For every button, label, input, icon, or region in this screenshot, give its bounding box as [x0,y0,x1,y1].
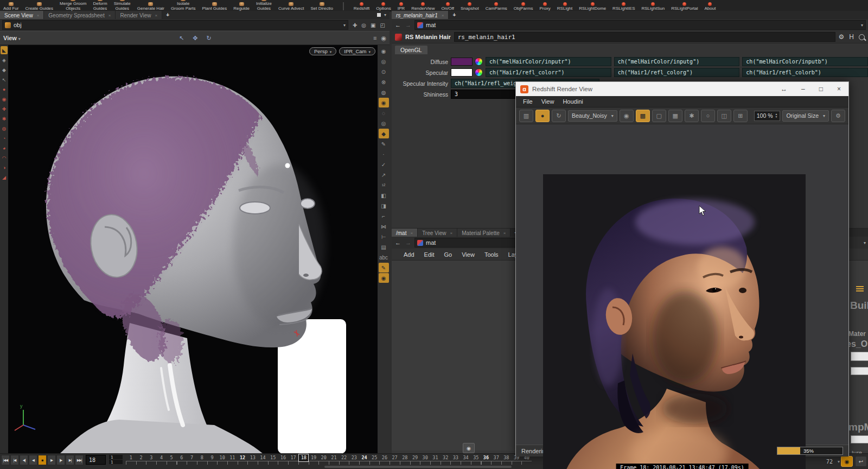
render-tool-button[interactable]: ● [535,110,550,122]
shelf-tool[interactable]: Options [373,2,394,11]
render-tool-button[interactable]: ◫ [717,110,731,122]
shelf-tool[interactable]: RSLightPortal [668,2,701,11]
viewport-option-icon[interactable]: ⌐ [379,211,389,221]
shelf-tool[interactable]: Proxy [536,2,553,11]
shelf-tool[interactable]: On/Off [438,2,457,11]
render-settings-gear-button[interactable]: ⚙ [831,110,845,122]
back-icon[interactable]: ← [394,239,402,246]
color-wheel-icon[interactable] [475,68,483,77]
menu-item[interactable]: Edit [420,251,439,258]
aov-dropdown[interactable]: Beauty_Noisy ▾ [568,110,617,122]
timeline-scrollbar[interactable] [324,466,512,468]
prev-frame-button[interactable]: ◀| [20,455,28,465]
menu-item[interactable]: Houdini [559,98,586,105]
pane-tab[interactable]: Material Palette [457,229,510,237]
shelf-tool[interactable]: RSLight [554,2,576,11]
shelf-tool[interactable]: IPR [394,2,408,11]
viewport-option-icon[interactable]: ▤ [379,242,389,252]
groom-tool-icon[interactable]: ◆ [1,66,8,74]
groom-tool-icon[interactable]: ↖ [1,75,8,84]
render-tool-button[interactable]: ▢ [652,110,666,122]
houdini-help-icon[interactable]: H [849,33,854,41]
menu-item[interactable]: View [457,251,479,258]
diffuse-r-field[interactable]: ch("melHairColor/inputr") [486,57,611,66]
viewport-option-icon[interactable]: ¹² [379,180,389,190]
render-tool-button[interactable]: ↻ [552,110,566,122]
shelf-tool[interactable]: Deform Guides [90,0,110,11]
viewport-option-icon[interactable]: ◧ [379,191,389,200]
shelf-tool[interactable]: Add Fur [0,2,22,11]
pane-tab[interactable]: rs_melanin_hair1 [392,11,449,19]
specular-color-swatch[interactable] [451,68,473,77]
specular-g-field[interactable]: ch("Hair1/refl_colorg") [614,68,740,77]
snap-options-icon[interactable]: ◉ [381,35,386,42]
shelf-tool[interactable]: Merge Groom Objects [56,0,90,11]
groom-tool-icon[interactable]: ◉ [1,95,8,103]
groom-tool-icon[interactable]: ◍ [1,124,8,132]
viewport-option-icon[interactable]: ⊙ [379,67,389,77]
viewport-option-icon[interactable]: ↗ [379,170,389,180]
groom-tool-icon[interactable]: ◠ [1,154,8,162]
network-menu-icon[interactable] [856,286,864,291]
shelf-tool[interactable]: RSLightDome [576,2,609,11]
path-dropdown-icon[interactable]: ▾ [861,23,863,28]
groom-tool-icon[interactable]: ◕ [1,144,8,152]
groom-tool-icon[interactable]: ✚ [1,105,8,113]
maximize-icon[interactable]: □ [819,85,823,93]
path-dropdown-icon[interactable]: ▾ [864,240,866,245]
viewport-option-icon[interactable]: ⊢ [379,232,389,242]
mat-path-field[interactable]: mat ▾ [414,20,866,30]
menu-item[interactable]: File [519,98,537,105]
viewport-option-icon[interactable]: ◎ [379,56,389,66]
minimize-icon[interactable]: – [801,85,805,93]
pane-tab[interactable]: Scene View [0,11,44,19]
window-titlebar[interactable]: ɑ Redshift Render View ↔ – □ × [516,82,848,96]
viewport-option-icon[interactable]: ◉ [379,273,389,283]
back-icon[interactable]: ← [394,22,402,28]
shelf-tool[interactable]: Redshift [350,2,373,11]
pane-tab[interactable]: Tree View [418,229,457,237]
render-tool-button[interactable]: ✱ [685,110,699,122]
node-body-fragment[interactable] [851,367,868,375]
stepper-icon[interactable]: ▲▼ [775,113,778,118]
cache-eye-button[interactable]: ◉ [463,443,475,453]
viewport-option-icon[interactable]: ⋈ [379,221,389,231]
stop-button[interactable]: ■ [38,455,47,465]
shelf-tool[interactable]: About [701,2,719,11]
path-dropdown-icon[interactable]: ▾ [343,23,346,28]
play-reverse-button[interactable]: ◀ [29,455,37,465]
select-tool-icon[interactable]: ↖ [179,35,184,42]
menu-item[interactable]: View [538,98,558,105]
opengl-folder-tab[interactable]: OpenGL [395,46,427,54]
pane-menu-caret-icon[interactable]: ▾ [384,12,386,17]
jump-end-button[interactable]: ▶▶| [75,455,84,465]
new-tab-button[interactable]: + [449,11,459,19]
shelf-tool[interactable]: Create Guides [22,2,56,11]
forward-icon[interactable]: → [404,22,412,28]
pin-icon[interactable]: ✚ [353,22,357,28]
menu-item[interactable]: Add [399,251,419,258]
viewport-title[interactable]: View [3,35,20,41]
node-name-field[interactable]: rs_melanin_hair1 [454,32,835,42]
3d-viewport[interactable]: Persp IPR_Cam [8,45,378,454]
obj-path-field[interactable]: obj ▾ [2,20,348,30]
shelf-tool[interactable]: Initialize Guides [253,0,275,11]
shelf-tool[interactable]: RSLightIES [609,2,638,11]
shelf-tool[interactable]: Curve Advect [275,2,308,11]
current-frame-marker[interactable]: 18 [298,454,309,462]
search-icon[interactable] [859,34,865,40]
shelf-tool[interactable]: Generate Hair [134,2,168,11]
shelf-tool[interactable]: Snapshot [457,2,482,11]
groom-tool-icon[interactable]: ◣ [1,46,8,54]
groom-tool-icon[interactable]: ◈ [1,56,8,64]
shelf-tool[interactable]: CamParms [482,2,510,11]
end-frame-field[interactable]: 72 [821,458,838,465]
render-tool-button[interactable]: ▦ [668,110,682,122]
display-options-icon[interactable]: ≡ [373,35,376,42]
render-tool-button[interactable]: ▩ [636,110,650,122]
rotate-tool-icon[interactable]: ↻ [206,35,211,42]
groom-tool-icon[interactable]: ✱ [1,115,8,123]
character-cube-icon[interactable]: ◰ [380,22,385,28]
diffuse-b-field[interactable]: ch("melHairColor/inputb") [742,57,868,66]
global-start-field[interactable]: 1 [109,460,123,464]
